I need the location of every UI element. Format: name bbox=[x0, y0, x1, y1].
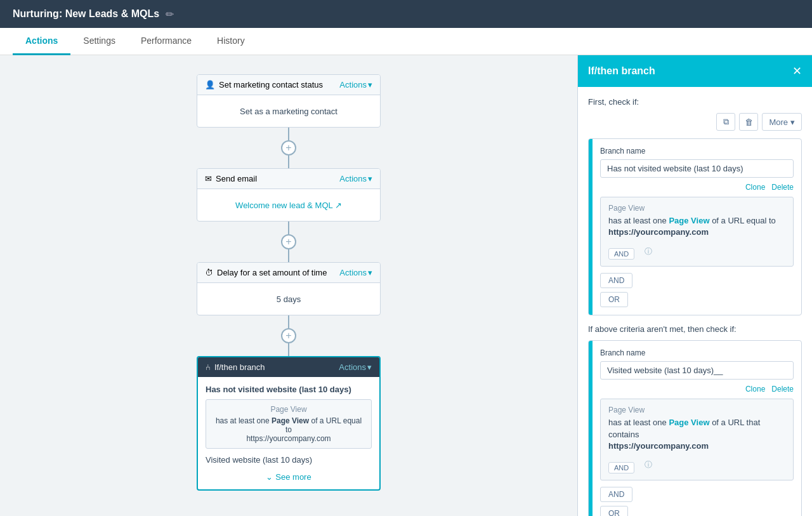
delay-node: ⏱ Delay for a set amount of time Actions… bbox=[197, 262, 381, 315]
branch2-condition-text: has at least one Page View of a URL that… bbox=[608, 417, 785, 452]
branch1-card-actions: Clone Delete bbox=[600, 183, 794, 192]
copy-icon: ⧉ bbox=[723, 117, 729, 127]
send-email-body[interactable]: Welcome new lead & MQL ↗ bbox=[197, 189, 380, 221]
ifthen-body: Has not visited website (last 10 days) P… bbox=[198, 377, 379, 489]
panel-title: If/then branch bbox=[588, 65, 655, 77]
see-more-button[interactable]: ⌄ See more bbox=[266, 472, 311, 482]
main-layout: 👤 Set marketing contact status Actions ▾… bbox=[0, 55, 812, 516]
branch2-name-input[interactable] bbox=[600, 361, 794, 380]
topbar: Nurturing: New Leads & MQLs ✏ bbox=[0, 0, 812, 28]
branch1-and-btn[interactable]: AND bbox=[608, 248, 634, 260]
panel-close-button[interactable]: ✕ bbox=[792, 64, 802, 78]
branch1-condition-text: has at least one Page View of a URL equa… bbox=[608, 215, 785, 238]
actions-caret-icon-2: ▾ bbox=[368, 174, 372, 183]
set-marketing-title: Set marketing contact status bbox=[219, 80, 323, 89]
actions-caret-icon: ▾ bbox=[368, 80, 372, 89]
copy-button[interactable]: ⧉ bbox=[716, 113, 735, 131]
branch1-condition-type: Page View bbox=[608, 204, 785, 213]
chevron-down-icon: ⌄ bbox=[266, 472, 273, 482]
branch1-content: Branch name Clone Delete Page View has a… bbox=[593, 139, 801, 315]
ifthen-title: If/then branch bbox=[214, 362, 265, 372]
page-view-highlight: Page View bbox=[272, 416, 309, 425]
delay-body: 5 days bbox=[197, 283, 380, 315]
branch1-and-row-2: AND bbox=[600, 273, 794, 288]
branch2-highlight: Page View bbox=[669, 418, 709, 427]
send-email-node: ✉ Send email Actions ▾ Welcome new lead … bbox=[197, 168, 381, 222]
page-title: Nurturing: New Leads & MQLs bbox=[13, 8, 159, 20]
branch2-content: Branch name Clone Delete Page View has a… bbox=[593, 341, 801, 516]
branch1-url: https://yourcompany.com bbox=[608, 227, 709, 237]
branch2-or-btn[interactable]: OR bbox=[600, 506, 628, 516]
edit-icon[interactable]: ✏ bbox=[166, 8, 174, 20]
add-step-btn-1[interactable]: + bbox=[281, 140, 296, 155]
info-icon-2: ⓘ bbox=[645, 460, 652, 470]
panel-body: First, check if: ⧉ 🗑 More ▾ Branch name bbox=[578, 87, 812, 516]
set-marketing-node: 👤 Set marketing contact status Actions ▾… bbox=[197, 74, 381, 128]
branch1-name-input[interactable] bbox=[600, 159, 794, 178]
tab-history[interactable]: History bbox=[204, 28, 258, 55]
branch2-card: Branch name Clone Delete Page View has a… bbox=[588, 340, 802, 516]
branch2-and-row: AND ⓘ bbox=[608, 457, 785, 473]
branch2-card-actions: Clone Delete bbox=[600, 385, 794, 394]
send-email-header: ✉ Send email Actions ▾ bbox=[197, 169, 380, 189]
connector-line-4 bbox=[288, 249, 289, 262]
branch2-and-btn-2[interactable]: AND bbox=[600, 487, 632, 502]
branch1-clone-btn[interactable]: Clone bbox=[745, 183, 765, 192]
external-link-icon: ↗ bbox=[335, 201, 342, 210]
branch1-label: Has not visited website (last 10 days) bbox=[206, 385, 372, 394]
connector-line bbox=[288, 128, 289, 140]
delay-title: Delay for a set amount of time bbox=[217, 268, 327, 277]
second-check-label: If above criteria aren't met, then check… bbox=[588, 324, 802, 334]
branch1-condition-box: Page View has at least one Page View of … bbox=[206, 399, 372, 449]
branch2-clone-btn[interactable]: Clone bbox=[745, 385, 765, 394]
branch2-condition-type: Page View bbox=[608, 406, 785, 414]
branch2-and-row-2: AND bbox=[600, 487, 794, 502]
right-panel: If/then branch ✕ First, check if: ⧉ 🗑 Mo… bbox=[577, 55, 812, 516]
branch1-delete-btn[interactable]: Delete bbox=[771, 183, 794, 192]
delete-button[interactable]: 🗑 bbox=[739, 113, 758, 131]
delay-actions-btn[interactable]: Actions ▾ bbox=[339, 268, 372, 277]
connector-1: + bbox=[281, 128, 296, 168]
email-link[interactable]: Welcome new lead & MQL ↗ bbox=[235, 201, 342, 210]
first-check-label: First, check if: bbox=[588, 97, 802, 107]
set-marketing-body: Set as a marketing contact bbox=[197, 95, 380, 127]
url-text: https://yourcompany.com bbox=[246, 434, 331, 443]
tab-performance[interactable]: Performance bbox=[128, 28, 204, 55]
add-step-btn-2[interactable]: + bbox=[281, 234, 296, 249]
more-caret-icon: ▾ bbox=[790, 117, 795, 127]
branch1-card: Branch name Clone Delete Page View has a… bbox=[588, 138, 802, 315]
ifthen-actions-btn[interactable]: Actions ▾ bbox=[339, 362, 372, 372]
branch1-or-btn[interactable]: OR bbox=[600, 292, 628, 307]
ifthen-node: ⑃ If/then branch Actions ▾ Has not visit… bbox=[197, 356, 381, 491]
branch-icon: ⑃ bbox=[206, 362, 211, 372]
email-icon: ✉ bbox=[205, 174, 212, 183]
branch1-and-btn-2[interactable]: AND bbox=[600, 273, 632, 288]
branch2-and-btn[interactable]: AND bbox=[608, 462, 634, 473]
node-set-marketing: 👤 Set marketing contact status Actions ▾… bbox=[193, 74, 384, 491]
branch1-condition-box-panel: Page View has at least one Page View of … bbox=[600, 197, 794, 267]
trash-icon: 🗑 bbox=[745, 117, 753, 127]
set-marketing-actions-btn[interactable]: Actions ▾ bbox=[339, 80, 372, 89]
actions-caret-icon-3: ▾ bbox=[368, 268, 372, 277]
branch2-url: https://yourcompany.com bbox=[608, 441, 709, 451]
branch1-or-row: OR bbox=[600, 292, 794, 307]
branch1-accent bbox=[589, 139, 593, 315]
branch2-or-row: OR bbox=[600, 506, 794, 516]
clock-icon: ⏱ bbox=[205, 268, 213, 277]
info-icon: ⓘ bbox=[645, 246, 652, 257]
canvas: 👤 Set marketing contact status Actions ▾… bbox=[0, 55, 577, 516]
more-button[interactable]: More ▾ bbox=[762, 113, 802, 131]
branch2-delete-btn[interactable]: Delete bbox=[771, 385, 794, 394]
branch1-highlight: Page View bbox=[669, 216, 709, 225]
ifthen-header: ⑃ If/then branch Actions ▾ bbox=[198, 357, 379, 377]
actions-caret-icon-4: ▾ bbox=[367, 362, 372, 372]
connector-2: + bbox=[281, 222, 296, 262]
user-icon: 👤 bbox=[205, 80, 215, 89]
add-step-btn-3[interactable]: + bbox=[281, 328, 296, 343]
tab-actions[interactable]: Actions bbox=[13, 28, 70, 55]
send-email-actions-btn[interactable]: Actions ▾ bbox=[339, 174, 372, 183]
branch2-label: Visited website (last 10 days) bbox=[206, 455, 372, 465]
tab-settings[interactable]: Settings bbox=[70, 28, 128, 55]
delay-header: ⏱ Delay for a set amount of time Actions… bbox=[197, 263, 380, 283]
connector-line-3 bbox=[288, 222, 289, 234]
